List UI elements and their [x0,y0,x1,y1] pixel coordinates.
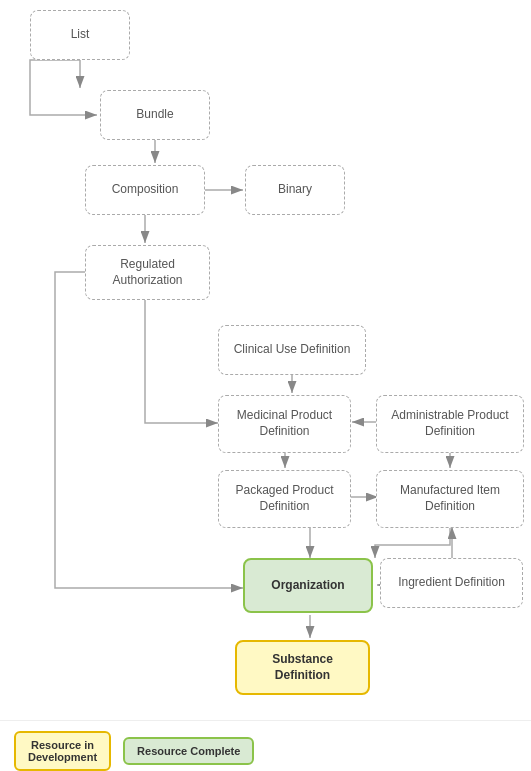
administrable-product-node: Administrable ProductDefinition [376,395,524,453]
legend-complete: Resource Complete [123,737,254,765]
packaged-product-node: Packaged ProductDefinition [218,470,351,528]
manufactured-item-node: Manufactured ItemDefinition [376,470,524,528]
ingredient-def-node: Ingredient Definition [380,558,523,608]
composition-node: Composition [85,165,205,215]
regulated-auth-node: RegulatedAuthorization [85,245,210,300]
legend-dev: Resource inDevelopment [14,731,111,771]
list-node: List [30,10,130,60]
binary-node: Binary [245,165,345,215]
organization-node: Organization [243,558,373,613]
clinical-use-node: Clinical Use Definition [218,325,366,375]
diagram-container: List Bundle Composition Binary Regulated… [0,0,531,720]
legend: Resource inDevelopment Resource Complete [0,720,531,771]
substance-def-node: Substance Definition [235,640,370,695]
medicinal-product-node: Medicinal ProductDefinition [218,395,351,453]
bundle-node: Bundle [100,90,210,140]
